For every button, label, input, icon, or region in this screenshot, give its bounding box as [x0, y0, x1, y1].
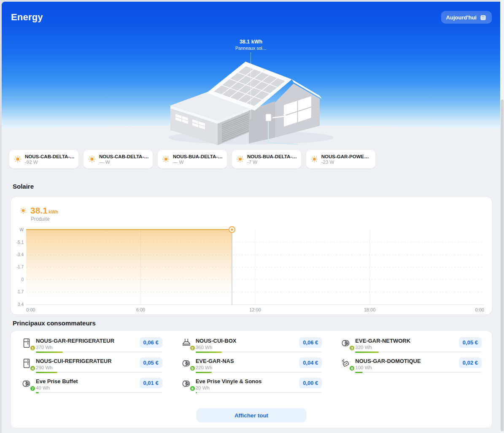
consumption-bar	[355, 372, 482, 373]
consumer-row[interactable]: 8 Eve Prise Vinyle & Sonos 20 Wh 0,00 €	[181, 374, 322, 394]
consumer-name: NOUS-CUI-REFRIGERATEUR	[36, 358, 136, 364]
rank-badge: 8	[189, 385, 196, 392]
consumption-bar	[36, 372, 162, 373]
consumer-price: 0,06 €	[299, 337, 322, 348]
consumption-bar	[355, 352, 482, 352]
device-name: NOUS-CAB-DELTA-01	[99, 154, 149, 159]
consumer-row[interactable]: 3 EVE-GAR-NETWORK 320 Wh 0,05 €	[340, 333, 482, 354]
callout-value: 38.1 kWh	[2, 39, 500, 45]
device-power: -23 W	[321, 160, 372, 165]
sun-icon	[13, 155, 22, 163]
consumers-grid: 1 NOUS-GAR-REFRIGERATEUR 370 Wh 0,06 € 2…	[21, 333, 482, 394]
calendar-icon	[480, 14, 487, 21]
consumer-energy: 370 Wh	[36, 345, 136, 350]
rank-badge: 6	[349, 365, 355, 371]
consumer-name: EVE-GAR-NETWORK	[355, 338, 455, 344]
consumer-row[interactable]: 5 EVE-GAR-NAS 220 Wh 0,04 €	[181, 354, 322, 374]
consumption-bar	[196, 392, 322, 393]
page-title: Energy	[11, 12, 43, 23]
chart-cursor-marker	[229, 227, 235, 233]
consumption-bar	[196, 372, 322, 373]
rank-badge: 5	[189, 365, 196, 371]
sun-icon	[236, 155, 244, 163]
consumer-energy: 290 Wh	[36, 365, 136, 370]
hero-sky: 38.1 kWh Panneaux sol… Energy Aujourd'hu…	[2, 2, 500, 146]
consumer-name: NOUS-GAR-REFRIGERATEUR	[36, 338, 136, 344]
consumer-name: Eve Prise Vinyle & Sonos	[196, 378, 296, 384]
consumer-price: 0,04 €	[299, 357, 322, 368]
device-chip[interactable]: NOUS-BUA-DELTA-M…— W	[158, 150, 227, 168]
device-chip[interactable]: NOUS-CAB-DELTA-01— W	[84, 150, 153, 168]
show-all-button[interactable]: Afficher tout	[197, 408, 306, 422]
rank-badge: 4	[30, 365, 36, 371]
device-power: — W	[173, 160, 224, 165]
house-illustration	[164, 37, 342, 146]
x-tick: 0:00	[475, 307, 484, 312]
consumer-energy: 20 Wh	[196, 385, 296, 390]
y-tick: -3.4	[16, 252, 24, 257]
consumer-price: 0,05 €	[140, 357, 162, 368]
sun-icon	[88, 155, 96, 163]
y-tick: W	[20, 227, 24, 232]
rank-badge: 2	[189, 345, 196, 351]
solar-callout: 38.1 kWh Panneaux sol…	[2, 39, 500, 51]
consumer-price: 0,02 €	[459, 357, 482, 368]
consumer-row[interactable]: 1 NOUS-GAR-REFRIGERATEUR 370 Wh 0,06 €	[21, 333, 162, 354]
solar-chart[interactable]: W -5.1 -3.4 -1.7 0 1.7 3.4 0:00 6:00 12:…	[11, 197, 492, 314]
consumer-name: EVE-GAR-NAS	[196, 358, 296, 364]
device-name: NOUS-GAR-POWERS…	[321, 154, 372, 159]
date-range-label: Aujourd'hui	[446, 14, 477, 21]
consumer-row[interactable]: 4 NOUS-CUI-REFRIGERATEUR 290 Wh 0,05 €	[21, 354, 162, 374]
scrollbar-thumb[interactable]	[501, 100, 504, 431]
consumer-price: 0,00 €	[299, 378, 322, 388]
device-name: NOUS-CAB-DELTA-02	[25, 154, 75, 159]
device-chip[interactable]: NOUS-BUA-DELTA-M…-7 W	[232, 150, 301, 168]
consumption-bar	[36, 392, 162, 393]
rank-badge: 3	[349, 345, 355, 351]
consumer-energy: 40 Wh	[36, 385, 136, 390]
callout-label: Panneaux sol…	[2, 46, 500, 51]
solar-device-chips: NOUS-CAB-DELTA-02-92 W NOUS-CAB-DELTA-01…	[9, 150, 375, 168]
y-tick: 0	[21, 277, 24, 282]
consumer-row[interactable]: 7 Eve Prise Buffet 40 Wh 0,01 €	[21, 374, 162, 394]
device-chip[interactable]: NOUS-GAR-POWERS…-23 W	[306, 150, 375, 168]
consumer-name: NOUS-CUI-BOX	[196, 338, 296, 344]
device-chip[interactable]: NOUS-CAB-DELTA-02-92 W	[9, 150, 78, 168]
consumer-price: 0,06 €	[140, 337, 162, 348]
device-power: -7 W	[247, 160, 298, 165]
sun-icon	[162, 155, 170, 163]
x-tick: 6:00	[136, 307, 145, 312]
solar-section-title: Solaire	[13, 183, 34, 190]
consumer-energy: 360 Wh	[196, 345, 296, 350]
consumer-price: 0,05 €	[459, 337, 482, 348]
date-range-button[interactable]: Aujourd'hui	[441, 11, 492, 24]
rank-badge: 1	[30, 345, 36, 351]
y-tick: 3.4	[18, 302, 24, 307]
consumption-bar	[196, 352, 322, 352]
consumers-section-title: Principaux consommateurs	[13, 319, 96, 327]
solar-chart-card: 38.1kWh Produite	[11, 197, 492, 314]
consumer-name: NOUS-GAR-DOMOTIQUE	[355, 358, 455, 364]
energy-page: 38.1 kWh Panneaux sol… Energy Aujourd'hu…	[2, 2, 500, 433]
x-tick: 12:00	[249, 307, 261, 312]
consumer-row[interactable]: 2 NOUS-CUI-BOX 360 Wh 0,06 €	[181, 333, 322, 354]
rank-badge: 7	[30, 385, 36, 392]
device-power: -92 W	[25, 160, 75, 165]
consumer-row[interactable]: 6 NOUS-GAR-DOMOTIQUE 100 Wh 0,02 €	[340, 354, 482, 374]
consumer-energy: 320 Wh	[355, 345, 455, 350]
y-tick: -1.7	[16, 265, 24, 269]
sun-icon	[310, 155, 318, 163]
consumers-card: 1 NOUS-GAR-REFRIGERATEUR 370 Wh 0,06 € 2…	[11, 331, 492, 428]
device-name: NOUS-BUA-DELTA-M…	[173, 154, 224, 159]
x-tick: 0:00	[26, 307, 35, 312]
y-tick: 1.7	[18, 290, 24, 294]
y-tick: -5.1	[16, 240, 24, 245]
consumption-bar	[36, 352, 162, 352]
consumer-energy: 220 Wh	[196, 365, 296, 370]
device-name: NOUS-BUA-DELTA-M…	[247, 154, 298, 159]
x-tick: 18:00	[364, 307, 376, 312]
callout-connector-line	[251, 52, 251, 119]
consumer-price: 0,01 €	[140, 378, 162, 388]
consumer-name: Eve Prise Buffet	[36, 378, 136, 384]
consumer-energy: 100 Wh	[355, 365, 455, 370]
